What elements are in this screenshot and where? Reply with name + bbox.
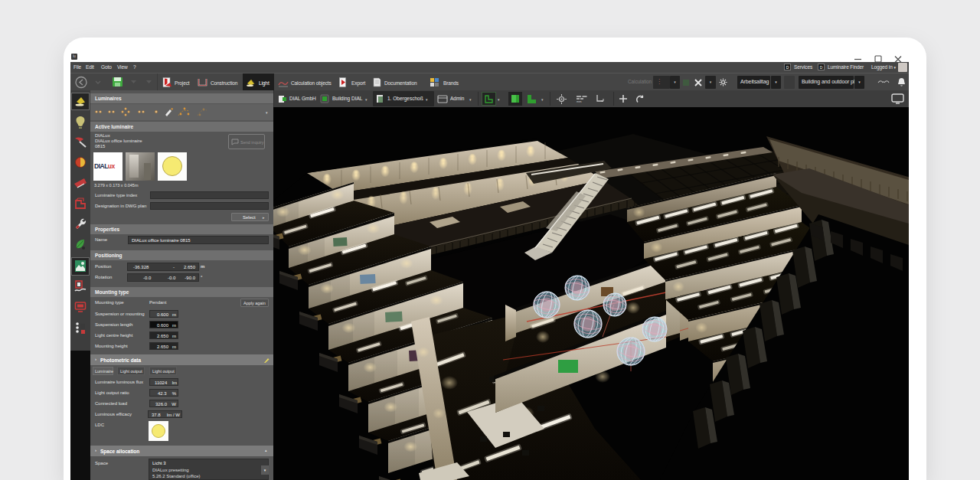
- svg-text:mm: mm: [577, 100, 582, 103]
